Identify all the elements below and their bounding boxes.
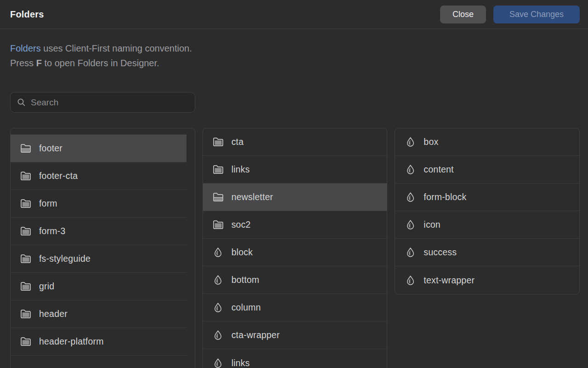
list-item[interactable]: links xyxy=(203,349,387,368)
list-item-label: success xyxy=(424,247,457,258)
list-item-label: links xyxy=(232,164,250,175)
folder-icon xyxy=(20,254,31,264)
list-item-label: footer-cta xyxy=(39,171,78,181)
list-item-label: bottom xyxy=(232,275,260,285)
folder-column-2: cta links newsletter soc2 block bottom c… xyxy=(203,128,388,368)
modal-header: Folders Close Save Changes xyxy=(0,0,588,29)
list-item[interactable]: soc2 xyxy=(203,211,387,239)
folder-icon xyxy=(213,165,224,174)
droplet-icon xyxy=(405,247,416,258)
list-item[interactable]: column xyxy=(203,294,387,322)
droplet-icon xyxy=(213,358,224,368)
droplet-icon xyxy=(405,137,416,147)
header-actions: Close Save Changes xyxy=(440,6,580,23)
shortcut-key: F xyxy=(36,58,42,68)
folders-docs-link[interactable]: Folders xyxy=(10,43,41,53)
list-item-label: form xyxy=(39,198,57,209)
droplet-icon xyxy=(405,164,416,175)
list-item-label: header xyxy=(39,309,68,319)
folder-icon xyxy=(20,309,31,319)
list-item-label: column xyxy=(232,302,261,313)
list-item[interactable]: links xyxy=(203,156,387,184)
list-item-label: cta xyxy=(232,137,244,147)
folder-icon xyxy=(20,171,31,181)
droplet-icon xyxy=(405,192,416,202)
droplet-icon xyxy=(213,247,224,258)
list-item[interactable]: block xyxy=(203,239,387,266)
folder-icon xyxy=(20,282,31,291)
droplet-icon xyxy=(405,275,416,286)
folder-icon xyxy=(20,337,31,346)
list-item-label: icon xyxy=(424,219,441,230)
folder-open-icon xyxy=(213,192,224,202)
list-item-label: form-3 xyxy=(39,226,66,236)
list-item[interactable]: box xyxy=(395,128,579,156)
close-button[interactable]: Close xyxy=(440,6,486,23)
folder-icon xyxy=(213,137,224,147)
list-item[interactable]: text-wrapper xyxy=(395,266,579,294)
list-item[interactable]: footer xyxy=(11,135,187,162)
list-item[interactable]: header-platform xyxy=(11,328,187,356)
folder-icon xyxy=(213,220,224,230)
list-item[interactable]: grid xyxy=(11,273,187,300)
list-item-label: header-platform xyxy=(39,336,104,347)
list-item-label: block xyxy=(232,247,253,258)
list-item[interactable]: form-3 xyxy=(11,218,187,245)
folder-icon xyxy=(20,226,31,236)
list-item[interactable]: newsletter xyxy=(203,184,387,211)
list-item[interactable]: form-block xyxy=(395,184,579,211)
list-item-label: content xyxy=(424,164,453,175)
list-item-label: form-block xyxy=(424,192,466,202)
folder-list-1: footer footer-cta form form-3 fs-stylegu… xyxy=(11,135,195,356)
droplet-icon xyxy=(405,219,416,230)
clipped-row-remnant xyxy=(11,128,187,135)
list-item-label: box xyxy=(424,137,438,147)
folder-open-icon xyxy=(20,144,31,153)
folder-column-1: footer footer-cta form form-3 fs-stylegu… xyxy=(10,128,195,368)
list-item-label: text-wrapper xyxy=(424,275,475,286)
page-title: Folders xyxy=(10,9,44,20)
search-input[interactable] xyxy=(31,98,188,108)
list-item-label: links xyxy=(232,358,250,368)
list-item[interactable]: form xyxy=(11,190,187,218)
intro-text: Folders uses Client-First naming convent… xyxy=(10,41,578,70)
save-changes-button[interactable]: Save Changes xyxy=(493,6,580,23)
folder-list-2: cta links newsletter soc2 block bottom c… xyxy=(203,128,387,368)
list-item-label: cta-wrapper xyxy=(232,330,280,340)
clipped-row-remnant xyxy=(11,356,187,368)
intro-line-2: Press F to open Folders in Designer. xyxy=(10,56,578,70)
list-item[interactable]: content xyxy=(395,156,579,184)
list-item-label: soc2 xyxy=(232,219,251,230)
droplet-icon xyxy=(213,330,224,340)
search-box[interactable] xyxy=(10,92,195,113)
folder-column-3: box content form-block icon success text… xyxy=(395,128,580,294)
list-item-label: newsletter xyxy=(232,192,273,202)
list-item[interactable]: header xyxy=(11,300,187,328)
list-item-label: grid xyxy=(39,281,54,292)
list-item[interactable]: footer-cta xyxy=(11,162,187,190)
folder-icon xyxy=(20,199,31,208)
intro-line-1-text: uses Client-First naming convention. xyxy=(41,43,192,53)
list-item[interactable]: success xyxy=(395,239,579,266)
list-item[interactable]: icon xyxy=(395,211,579,239)
droplet-icon xyxy=(213,302,224,313)
list-item-label: footer xyxy=(39,143,62,154)
list-item[interactable]: cta xyxy=(203,128,387,156)
list-item[interactable]: cta-wrapper xyxy=(203,322,387,349)
droplet-icon xyxy=(213,275,224,285)
list-item[interactable]: bottom xyxy=(203,266,387,294)
list-item[interactable]: fs-styleguide xyxy=(11,245,187,273)
search-icon xyxy=(17,98,26,107)
intro-line-1: Folders uses Client-First naming convent… xyxy=(10,41,578,56)
folder-columns: footer footer-cta form form-3 fs-stylegu… xyxy=(10,128,580,368)
list-item-label: fs-styleguide xyxy=(39,253,90,264)
folder-list-3: box content form-block icon success text… xyxy=(395,128,579,294)
